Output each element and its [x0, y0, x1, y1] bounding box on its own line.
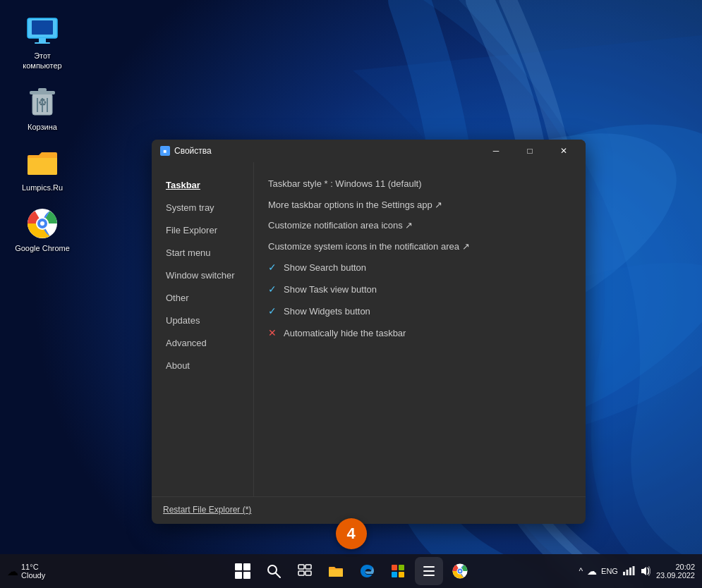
content-taskbar-style: Taskbar style * : Windows 11 (default)	[268, 173, 571, 195]
svg-line-20	[276, 573, 280, 577]
taskbar-time[interactable]: 20:02 23.09.2022	[656, 563, 695, 580]
auto-hide-cross: ✕	[268, 326, 279, 341]
nav-file-explorer[interactable]: File Explorer	[155, 219, 250, 241]
taskbar-right: ^ ☁ ENG 20:02 23.09.2022	[579, 563, 695, 580]
nav-taskbar[interactable]: Taskbar	[155, 174, 250, 196]
lumpics-label: Lumpics.Ru	[22, 183, 63, 192]
svg-rect-21	[298, 565, 304, 569]
desktop: Этот компьютер ♻ Корзина	[0, 0, 702, 588]
task-view-button[interactable]	[291, 557, 319, 585]
step-badge-4: 4	[336, 518, 367, 549]
properties-dialog: ■ Свойства ─ □ ✕ Taskbar System tray Fil…	[152, 140, 586, 524]
nav-updates[interactable]: Updates	[155, 310, 250, 331]
svg-point-19	[268, 565, 277, 574]
maximize-button[interactable]: □	[514, 141, 546, 161]
win-logo-bl	[235, 572, 242, 579]
badge-number: 4	[346, 525, 355, 543]
clock-date: 23.09.2022	[656, 571, 695, 580]
nav-advanced[interactable]: Advanced	[155, 332, 250, 354]
nav-other[interactable]: Other	[155, 287, 250, 309]
win-logo-tr	[243, 563, 250, 570]
folder-icon	[25, 146, 59, 180]
svg-text:♻: ♻	[38, 97, 47, 108]
file-explorer-button[interactable]	[322, 557, 350, 585]
svg-rect-25	[392, 565, 397, 570]
show-widgets-check: ✓	[268, 304, 279, 319]
svg-rect-39	[632, 566, 634, 575]
taskbar-left: ☁ 11°C Cloudy	[7, 563, 52, 580]
svg-rect-22	[305, 565, 311, 569]
chrome-desktop-label: Google Chrome	[15, 243, 70, 253]
nav-start-menu[interactable]: Start menu	[155, 242, 250, 264]
microsoft-store-button[interactable]	[384, 557, 412, 585]
tray-cloud[interactable]: ☁	[587, 565, 597, 577]
content-show-widgets[interactable]: ✓ Show Widgets button	[268, 300, 571, 322]
dialog-sidebar: Taskbar System tray File Explorer Start …	[152, 162, 254, 496]
file-explorer-icon	[328, 564, 344, 578]
more-taskbar-text: More taskbar options in the Settings app…	[268, 198, 442, 212]
tray-expand[interactable]: ^	[579, 566, 583, 576]
content-customize-notification[interactable]: Customize notification area icons ↗	[268, 215, 571, 236]
weather-desc: Cloudy	[21, 571, 45, 580]
svg-rect-29	[423, 566, 435, 568]
chrome-taskbar-icon	[452, 563, 468, 579]
nav-system-tray[interactable]: System tray	[155, 197, 250, 219]
search-button[interactable]	[260, 557, 288, 585]
task-view-icon	[298, 564, 312, 578]
dialog-content: Taskbar style * : Windows 11 (default) M…	[254, 162, 586, 496]
taskbar: ☁ 11°C Cloudy	[0, 554, 702, 588]
taskbar-center	[229, 557, 474, 585]
show-widgets-text: Show Widgets button	[284, 305, 370, 319]
this-computer-label: Этот компьютер	[14, 51, 71, 71]
dialog-title-icon: ■	[160, 146, 170, 156]
svg-rect-24	[305, 571, 311, 575]
win-logo-tl	[235, 563, 242, 570]
svg-rect-36	[623, 572, 625, 575]
content-show-search[interactable]: ✓ Show Search button	[268, 257, 571, 278]
desktop-icon-recycle-bin[interactable]: ♻ Корзина	[14, 85, 71, 132]
windhawk-icon	[422, 564, 436, 578]
desktop-icon-this-computer[interactable]: Этот компьютер	[14, 14, 71, 71]
auto-hide-text: Automatically hide the taskbar	[284, 326, 406, 341]
windhawk-button[interactable]	[415, 557, 443, 585]
close-button[interactable]: ✕	[547, 141, 580, 161]
desktop-icon-lumpics[interactable]: Lumpics.Ru	[14, 146, 71, 192]
dialog-window-controls: ─ □ ✕	[480, 141, 580, 161]
network-icon[interactable]	[622, 566, 635, 576]
show-search-check: ✓	[268, 260, 279, 275]
chrome-taskbar-button[interactable]	[446, 557, 474, 585]
content-show-task-view[interactable]: ✓ Show Task view button	[268, 278, 571, 300]
minimize-button[interactable]: ─	[480, 141, 512, 161]
desktop-icon-chrome[interactable]: Google Chrome	[14, 207, 71, 253]
customize-notification-text: Customize notification area icons ↗	[268, 219, 413, 233]
content-more-taskbar[interactable]: More taskbar options in the Settings app…	[268, 195, 571, 216]
content-customize-system-icons[interactable]: Customize system icons in the notificati…	[268, 236, 571, 257]
dialog-titlebar[interactable]: ■ Свойства ─ □ ✕	[152, 140, 586, 162]
edge-icon	[359, 563, 375, 579]
svg-rect-30	[423, 570, 435, 572]
clock-time: 20:02	[675, 563, 695, 571]
svg-point-18	[40, 221, 44, 226]
tray-lang[interactable]: ENG	[601, 567, 618, 575]
recycle-bin-icon: ♻	[25, 85, 59, 119]
nav-window-switcher[interactable]: Window switcher	[155, 264, 250, 286]
restart-file-explorer-link[interactable]: Restart File Explorer (*)	[163, 505, 251, 515]
tray-icons: ^ ☁ ENG	[579, 565, 650, 577]
desktop-icons-container: Этот компьютер ♻ Корзина	[14, 14, 71, 253]
dialog-body: Taskbar System tray File Explorer Start …	[152, 162, 586, 496]
edge-button[interactable]	[353, 557, 381, 585]
customize-system-icons-text: Customize system icons in the notificati…	[268, 240, 470, 254]
svg-rect-10	[38, 88, 47, 92]
weather-icon: ☁	[7, 565, 18, 578]
taskbar-style-text: Taskbar style * : Windows 11 (default)	[268, 177, 421, 191]
nav-about[interactable]: About	[155, 355, 250, 376]
content-auto-hide[interactable]: ✕ Automatically hide the taskbar	[268, 322, 571, 344]
sound-icon[interactable]	[639, 565, 650, 577]
dialog-footer: Restart File Explorer (*)	[152, 496, 586, 524]
start-button[interactable]	[229, 557, 257, 585]
show-search-text: Show Search button	[284, 261, 366, 275]
show-task-view-text: Show Task view button	[284, 283, 377, 297]
dialog-title-left: ■ Свойства	[160, 146, 212, 156]
weather-temp: 11°C	[21, 563, 39, 571]
svg-rect-28	[399, 572, 404, 577]
